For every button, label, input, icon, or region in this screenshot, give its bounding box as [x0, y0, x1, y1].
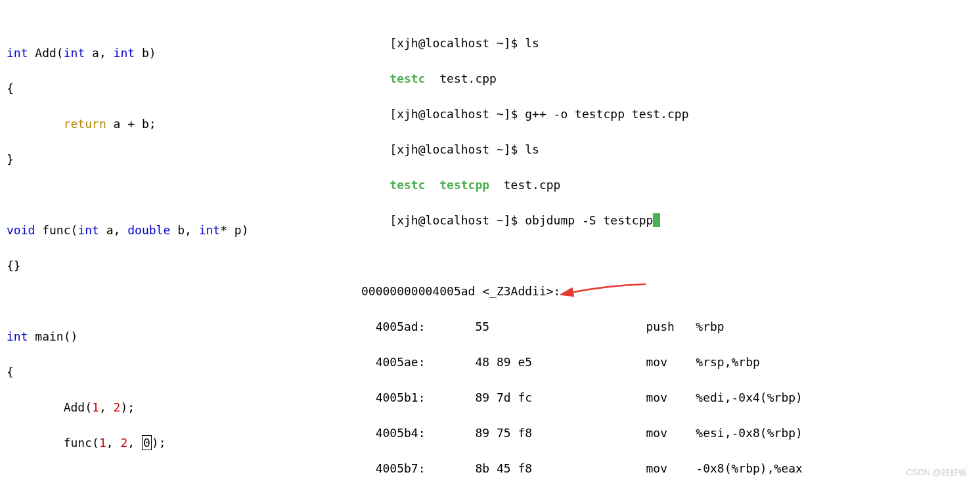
asm-line: 4005ae: 48 89 e5 mov %rsp,%rbp — [361, 353, 973, 371]
asm-line: 4005b7: 8b 45 f8 mov -0x8(%rbp),%eax — [361, 459, 973, 477]
terminal-panel: [xjh@localhost ~]$ ls testc test.cpp [xj… — [361, 7, 973, 485]
code-line: Add(1, 2); — [7, 398, 361, 416]
code-line: {} — [7, 257, 361, 274]
source-code-panel: int Add(int a, int b) { return a + b; } … — [7, 7, 361, 485]
code-line: func(1, 2, 0); — [7, 434, 361, 452]
blank-line — [7, 469, 361, 485]
output-line: testc test.cpp — [361, 70, 973, 87]
asm-header: 00000000004005ad <_Z3Addii>: — [361, 282, 973, 300]
asm-line: 4005b4: 89 75 f8 mov %esi,-0x8(%rbp) — [361, 424, 973, 442]
prompt-line: [xjh@localhost ~]$ objdump -S testcpp — [361, 211, 973, 229]
code-line: int Add(int a, int b) — [7, 44, 361, 62]
cursor-block — [653, 213, 660, 227]
asm-line: 4005b1: 89 7d fc mov %edi,-0x4(%rbp) — [361, 389, 973, 406]
prompt-line: [xjh@localhost ~]$ g++ -o testcpp test.c… — [361, 105, 973, 123]
code-line: int main() — [7, 327, 361, 345]
code-line: return a + b; — [7, 115, 361, 133]
code-line: void func(int a, double b, int* p) — [7, 221, 361, 239]
watermark: CSDN @好好锅 — [906, 467, 967, 478]
arrow-icon — [560, 285, 639, 299]
code-line: { — [7, 79, 361, 97]
output-line: testc testcpp test.cpp — [361, 176, 973, 194]
prompt-line: [xjh@localhost ~]$ ls — [361, 140, 973, 158]
blank-line — [7, 186, 361, 203]
code-line: } — [7, 150, 361, 168]
blank-line — [361, 247, 973, 264]
code-line: { — [7, 363, 361, 381]
asm-line: 4005ad: 55 push %rbp — [361, 318, 973, 335]
prompt-line: [xjh@localhost ~]$ ls — [361, 34, 973, 52]
blank-line — [7, 292, 361, 310]
